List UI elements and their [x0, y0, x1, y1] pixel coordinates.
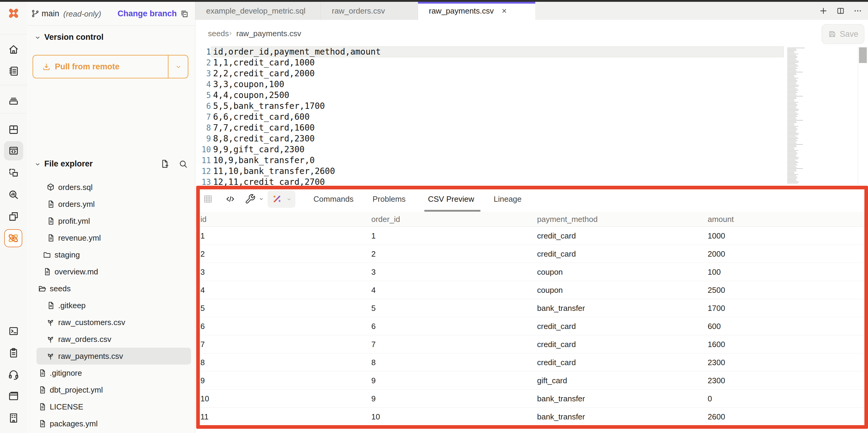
headset-icon[interactable]: [7, 369, 20, 380]
file-explorer-title[interactable]: File explorer: [44, 159, 93, 169]
tab-raw-payments-csv[interactable]: raw_payments.csv: [418, 2, 535, 20]
file-item-raw-payments-csv[interactable]: raw_payments.csv: [36, 348, 191, 365]
tab-example-develop-metric-sql[interactable]: example_develop_metric.sql: [195, 2, 321, 20]
file-item-staging[interactable]: staging: [36, 247, 191, 263]
panel-tab-commands[interactable]: Commands: [313, 186, 353, 212]
editor-line[interactable]: 65,5,bank_transfer,1700: [195, 101, 868, 112]
panel-tab-problems[interactable]: Problems: [373, 186, 406, 212]
wrench-icon[interactable]: [245, 194, 255, 204]
table-cell: 600: [708, 317, 721, 335]
file-item-raw-customers-csv[interactable]: raw_customers.csv: [36, 314, 191, 331]
line-text: 5,5,bank_transfer,1700: [213, 101, 325, 112]
copy-icon[interactable]: [180, 9, 189, 18]
windows-overlap-icon[interactable]: [7, 210, 20, 223]
semantic-layer-atom-icon[interactable]: [4, 229, 22, 247]
editor-line[interactable]: 76,6,credit_card,600: [195, 112, 868, 122]
file-item-seeds[interactable]: seeds: [36, 280, 191, 297]
editor-line[interactable]: 32,2,credit_card,2000: [195, 68, 868, 79]
editor-line[interactable]: 87,7,credit_card,1600: [195, 122, 868, 133]
browser-icon[interactable]: [7, 390, 20, 402]
table-cell: coupon: [537, 263, 563, 281]
file-item-raw-orders-csv[interactable]: raw_orders.csv: [36, 331, 191, 348]
file-item-orders-sql[interactable]: orders.sql: [36, 179, 191, 196]
line-text: 7,7,credit_card,1600: [213, 122, 315, 133]
minimap-line: [787, 96, 803, 96]
divider: [0, 34, 27, 34]
split-editor-icon[interactable]: [836, 6, 845, 16]
file-item-revenue-yml[interactable]: revenue.yml: [36, 229, 191, 247]
table-cell: credit_card: [537, 317, 576, 335]
chevron-down-icon[interactable]: [175, 63, 182, 71]
file-item-packages-yml[interactable]: packages.yml: [36, 415, 191, 432]
editor-line[interactable]: 1211,10,bank_transfer,2600: [195, 166, 868, 177]
file-item-orders-yml[interactable]: orders.yml: [36, 196, 191, 212]
editor-line[interactable]: 109,9,gift_card,2300: [195, 144, 868, 155]
stack-icon[interactable]: [7, 95, 20, 107]
minimap-line: [787, 106, 797, 106]
tab-raw-orders-csv[interactable]: raw_orders.csv: [321, 2, 418, 20]
minimap-line: [787, 143, 797, 144]
line-number: 2: [195, 57, 211, 68]
table-row: 109bank_transfer0: [195, 389, 868, 408]
file-item--gitignore[interactable]: .gitignore: [36, 365, 191, 381]
editor-line[interactable]: 1312,11,credit_card,2700: [195, 177, 868, 186]
minimap-line: [787, 62, 798, 63]
dashboard-icon[interactable]: [7, 124, 20, 136]
new-tab-plus-icon[interactable]: [818, 6, 828, 16]
panel-tab-lineage[interactable]: Lineage: [494, 186, 522, 212]
change-branch-link[interactable]: Change branch: [118, 9, 177, 19]
home-icon[interactable]: [7, 44, 20, 56]
editor-line[interactable]: 21,1,credit_card,1000: [195, 57, 868, 68]
line-text: 1,1,credit_card,1000: [213, 57, 315, 68]
editor-line[interactable]: 1110,9,bank_transfer,0: [195, 155, 868, 166]
table-cell: 2000: [708, 245, 725, 263]
file-item-license[interactable]: LICENSE: [36, 398, 191, 415]
develop-code-window-icon[interactable]: [7, 145, 20, 157]
chevron-down-icon[interactable]: [286, 196, 292, 203]
line-text: 6,6,credit_card,600: [213, 112, 310, 122]
file-item-label: overview.md: [55, 267, 98, 277]
minimap-line: [787, 74, 797, 75]
file-doc-icon: [46, 233, 55, 242]
editor-line[interactable]: 43,3,coupon,100: [195, 79, 868, 90]
code-editor[interactable]: 1id,order_id,payment_method,amount21,1,c…: [195, 46, 868, 186]
panel-tab-csv-preview[interactable]: CSV Preview: [428, 186, 474, 212]
notebook-icon[interactable]: [7, 65, 20, 77]
chevron-down-icon[interactable]: [34, 34, 41, 41]
version-control-title[interactable]: Version control: [44, 33, 104, 42]
model-cube-icon: [46, 183, 55, 192]
close-icon[interactable]: [500, 7, 508, 15]
scrollbar-track[interactable]: [858, 46, 868, 186]
clipboard-icon[interactable]: [7, 347, 20, 359]
editor-line[interactable]: 98,8,credit_card,2300: [195, 133, 868, 144]
editor-line[interactable]: 1id,order_id,payment_method,amount: [195, 47, 868, 57]
file-item--gitkeep[interactable]: .gitkeep: [36, 297, 191, 314]
scrollbar-thumb[interactable]: [859, 47, 867, 63]
editor-line[interactable]: 54,4,coupon,2500: [195, 90, 868, 101]
save-button[interactable]: Save: [822, 24, 864, 44]
terminal-icon[interactable]: [7, 325, 20, 337]
building-icon[interactable]: [7, 412, 20, 424]
more-options-ellipsis-icon[interactable]: [853, 6, 863, 16]
table-grid-icon[interactable]: [203, 194, 213, 204]
file-item-label: .gitignore: [50, 369, 82, 378]
file-item-overview-md[interactable]: overview.md: [36, 263, 191, 280]
folder-open-icon: [38, 284, 47, 293]
ai-assist-group[interactable]: [268, 190, 296, 208]
chevron-down-icon[interactable]: [258, 196, 265, 202]
canvas-frame-icon[interactable]: [7, 167, 20, 179]
file-item-profit-yml[interactable]: profit.yml: [36, 212, 191, 229]
new-file-icon[interactable]: [159, 158, 170, 169]
minimap-line: [787, 135, 798, 135]
explore-search-chart-icon[interactable]: [7, 189, 20, 201]
line-number: 3: [195, 68, 211, 79]
table-cell: 3: [371, 263, 375, 281]
search-icon[interactable]: [179, 159, 188, 169]
code-icon[interactable]: [225, 194, 236, 204]
magic-wand-icon[interactable]: [271, 193, 283, 205]
minimap-line: [787, 55, 796, 56]
file-item-dbt-project-yml[interactable]: dbt_project.yml: [36, 381, 191, 398]
minimap[interactable]: [787, 48, 812, 184]
pull-from-remote-button[interactable]: Pull from remote: [33, 55, 188, 78]
chevron-down-icon[interactable]: [34, 161, 41, 168]
